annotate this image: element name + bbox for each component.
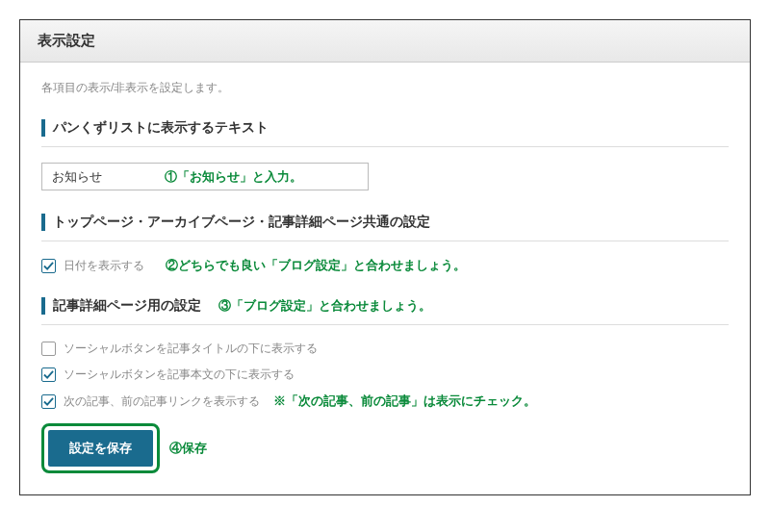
checkbox-prev-next-link-label: 次の記事、前の記事リンクを表示する bbox=[64, 393, 260, 410]
panel-header: 表示設定 bbox=[20, 20, 750, 63]
section-detail-title: 記事詳細ページ用の設定 bbox=[41, 297, 201, 315]
check-icon bbox=[43, 261, 54, 271]
checkbox-prev-next-link[interactable] bbox=[41, 394, 56, 409]
section-breadcrumb: パンくずリストに表示するテキスト ①「お知らせ」と入力。 bbox=[41, 119, 729, 190]
section-common: トップページ・アーカイブページ・記事詳細ページ共通の設定 日付を表示する ②どち… bbox=[41, 214, 729, 274]
annotation-3: ③「ブログ設定」と合わせましょう。 bbox=[218, 297, 431, 315]
checkbox-social-under-body-label: ソーシャルボタンを記事本文の下に表示する bbox=[64, 367, 295, 383]
panel-description: 各項目の表示/非表示を設定します。 bbox=[41, 80, 729, 96]
display-settings-panel: 表示設定 各項目の表示/非表示を設定します。 パンくずリストに表示するテキスト … bbox=[19, 19, 751, 495]
section-detail: 記事詳細ページ用の設定 ③「ブログ設定」と合わせましょう。 ソーシャルボタンを記… bbox=[41, 297, 729, 410]
panel-title: 表示設定 bbox=[38, 32, 732, 50]
section-common-title: トップページ・アーカイブページ・記事詳細ページ共通の設定 bbox=[41, 214, 729, 231]
panel-body: 各項目の表示/非表示を設定します。 パンくずリストに表示するテキスト ①「お知ら… bbox=[20, 63, 750, 494]
divider bbox=[41, 146, 729, 147]
checkbox-social-under-body[interactable] bbox=[41, 367, 56, 382]
checkbox-show-date-label: 日付を表示する bbox=[64, 258, 144, 274]
annotation-4: ④保存 bbox=[169, 440, 207, 457]
divider bbox=[41, 241, 729, 241]
annotation-2: ②どちらでも良い「ブログ設定」と合わせましょう。 bbox=[166, 257, 466, 274]
save-button-highlight: 設定を保存 bbox=[41, 423, 160, 473]
save-button[interactable]: 設定を保存 bbox=[48, 430, 153, 467]
checkbox-social-under-title-label: ソーシャルボタンを記事タイトルの下に表示する bbox=[64, 341, 318, 357]
divider bbox=[41, 324, 729, 325]
save-area: 設定を保存 ④保存 bbox=[41, 423, 729, 473]
breadcrumb-text-input[interactable] bbox=[41, 163, 369, 190]
section-breadcrumb-title: パンくずリストに表示するテキスト bbox=[41, 119, 729, 137]
checkbox-social-under-title[interactable] bbox=[41, 342, 56, 356]
checkbox-show-date[interactable] bbox=[41, 259, 56, 273]
check-icon bbox=[43, 396, 54, 407]
check-icon bbox=[43, 369, 54, 380]
annotation-prev-next: ※「次の記事、前の記事」は表示にチェック。 bbox=[273, 393, 536, 410]
